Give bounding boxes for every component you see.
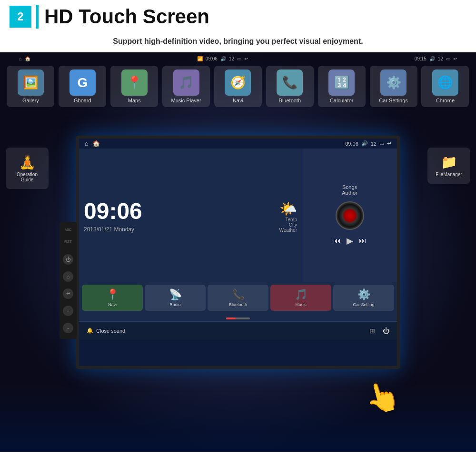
bg-app-car-settings[interactable]: ⚙️ Car Settings <box>370 66 417 107</box>
screen-house-icon: 🏠 <box>92 140 100 147</box>
house-icon-left: 🏠 <box>25 56 30 61</box>
time-section: 09:06 2013/01/21 Monday <box>84 198 142 233</box>
chrome-icon: 🌐 <box>432 69 458 96</box>
mic-label: MIC <box>65 228 72 232</box>
back-icon-right: ↩ <box>453 56 457 61</box>
play-btn[interactable]: ▶ <box>347 236 353 246</box>
screen-nav-left: ⌂ 🏠 <box>85 140 100 147</box>
bg-app-bluetooth[interactable]: 📞 Bluetooth <box>266 66 314 107</box>
screen-window-icon: ▭ <box>379 140 384 147</box>
operation-guide-label: Operation Guide <box>11 172 43 182</box>
bell-icon: 🔔 <box>87 327 93 334</box>
status-time-left: 09:06 <box>206 56 218 61</box>
operation-guide-icon: 🧘 <box>19 154 36 170</box>
bg-app-calculator[interactable]: 🔢 Calculator <box>318 66 366 107</box>
app-tile-music[interactable]: 🎵 Music <box>270 285 331 311</box>
home-side-btn[interactable]: ⌂ <box>63 271 73 282</box>
main-content: ⌂ 🏠 📶 09:06 🔊 12 ▭ ↩ 09:15 🔊 12 ▭ ↩ <box>0 52 476 452</box>
status-time-right: 09:15 <box>415 56 426 61</box>
screen-volume-val: 12 <box>371 141 377 147</box>
app-tile-radio[interactable]: 📡 Radio <box>145 285 206 311</box>
navi-icon: 🧭 <box>225 69 251 96</box>
grid-icon[interactable]: ⊞ <box>369 327 375 335</box>
navi-tile-icon: 📍 <box>106 288 119 301</box>
volume-val-left: 12 <box>229 56 234 61</box>
screen-status-center: 09:06 🔊 12 ▭ ↩ <box>345 140 391 147</box>
bg-app-maps[interactable]: 📍 Maps <box>110 66 158 107</box>
header-badge: 2 <box>17 10 23 23</box>
maps-label: Maps <box>128 98 141 103</box>
bg-status-left: ⌂ 🏠 <box>19 56 30 61</box>
music-player-icon: 🎵 <box>173 69 199 96</box>
screen-status-time: 09:06 <box>345 141 358 147</box>
gboard-label: Gboard <box>74 98 91 103</box>
music-player-label: Music Player <box>171 98 201 103</box>
screen-status-bar: ⌂ 🏠 09:06 🔊 12 ▭ ↩ <box>79 139 397 149</box>
date-display: 2013/01/21 Monday <box>84 226 142 233</box>
back-icon-left: ↩ <box>244 56 248 61</box>
bluetooth-label: Bluetooth <box>279 98 301 103</box>
back-side-btn[interactable]: ↩ <box>63 288 73 299</box>
gboard-icon: G <box>69 69 96 96</box>
home-icon-left: ⌂ <box>19 56 22 61</box>
vol-up-side-btn[interactable]: + <box>63 306 73 316</box>
close-sound-label: Close sound <box>96 328 125 334</box>
close-sound-section[interactable]: 🔔 Close sound <box>87 327 125 334</box>
prev-btn[interactable]: ⏮ <box>333 237 341 245</box>
bg-app-navi[interactable]: 🧭 Navi <box>214 66 262 107</box>
screen-volume-icon: 🔊 <box>361 140 368 147</box>
left-side-panel: 🧘 Operation Guide <box>6 148 49 193</box>
next-btn[interactable]: ⏭ <box>359 237 367 245</box>
vol-down-side-btn[interactable]: - <box>63 323 73 333</box>
music-controls: ⏮ ▶ ⏭ <box>333 236 367 246</box>
gallery-icon: 🖼️ <box>18 69 44 96</box>
file-manager-item[interactable]: 📁 FileManager <box>427 148 470 184</box>
bg-app-gboard[interactable]: G Gboard <box>59 66 106 107</box>
bg-app-gallery[interactable]: 🖼️ Gallery <box>7 66 54 107</box>
app-tile-navi[interactable]: 📍 Navi <box>82 285 143 311</box>
rst-label: RST <box>64 239 72 244</box>
bg-app-music-player[interactable]: 🎵 Music Player <box>162 66 210 107</box>
header: 2 HD Touch Screen <box>0 0 476 33</box>
music-tile-label: Music <box>295 302 307 307</box>
app-tile-car-setting[interactable]: ⚙️ Car Setting <box>333 285 394 311</box>
window-icon-left: ▭ <box>237 56 241 61</box>
car-settings-icon: ⚙️ <box>380 69 407 96</box>
progress-bar <box>226 317 250 319</box>
main-screen: ⌂ 🏠 09:06 🔊 12 ▭ ↩ 09:06 2013/01/21 Mond… <box>76 136 400 369</box>
background-app-grid: 🖼️ Gallery G Gboard 📍 Maps 🎵 Music Playe… <box>0 66 476 107</box>
author-label: Author <box>342 190 357 196</box>
radio-tile-label: Radio <box>169 302 181 307</box>
navi-tile-label: Navi <box>108 302 117 307</box>
progress-fill <box>226 317 236 319</box>
operation-guide-item[interactable]: 🧘 Operation Guide <box>6 148 49 189</box>
app-grid: 📍 Navi 📡 Radio 📞 Bluetooth 🎵 Music ⚙️ Ca <box>79 282 397 314</box>
bottom-icons: ⊞ ⏻ <box>369 327 389 335</box>
power-side-btn[interactable]: ⏻ <box>63 254 73 265</box>
file-manager-label: FileManager <box>436 172 462 177</box>
bg-status-center: 📶 09:06 🔊 12 ▭ ↩ <box>197 56 248 61</box>
bluetooth-icon: 📞 <box>277 69 303 96</box>
wifi-icon-left: 📶 <box>197 56 203 61</box>
volume-icon-left: 🔊 <box>220 56 226 61</box>
power-icon[interactable]: ⏻ <box>383 327 389 335</box>
file-manager-icon: 📁 <box>441 154 457 170</box>
bg-app-chrome[interactable]: 🌐 Chrome <box>421 66 469 107</box>
weather-icon: 🌤️ <box>279 200 297 217</box>
maps-icon: 📍 <box>121 69 148 96</box>
badge-corner-br2 <box>30 23 30 27</box>
info-row: 09:06 2013/01/21 Monday 🌤️ Temp City Wea… <box>84 198 297 233</box>
bluetooth-tile-icon: 📞 <box>232 288 245 301</box>
music-tile-icon: 🎵 <box>295 288 307 301</box>
calculator-icon: 🔢 <box>328 69 355 96</box>
songs-label: Songs <box>342 184 357 190</box>
badge-corner-tl2 <box>10 7 11 10</box>
progress-section <box>79 314 397 321</box>
city-label: City <box>279 222 297 228</box>
vinyl-record <box>336 201 364 230</box>
info-panel: 09:06 2013/01/21 Monday 🌤️ Temp City Wea… <box>79 149 302 282</box>
bluetooth-tile-label: Bluetooth <box>229 302 247 307</box>
calculator-label: Calculator <box>330 98 354 103</box>
app-tile-bluetooth[interactable]: 📞 Bluetooth <box>208 285 268 311</box>
volume-icon-right: 🔊 <box>429 56 435 61</box>
